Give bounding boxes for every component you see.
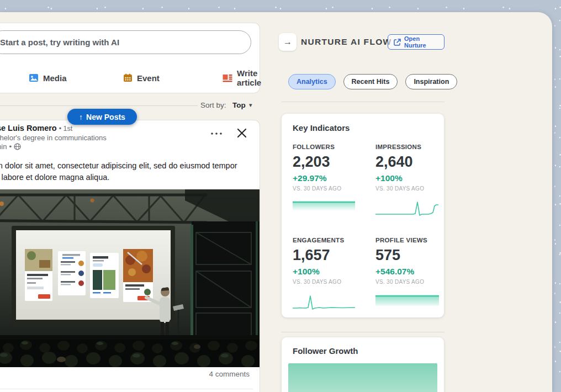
follower-growth-chart — [288, 363, 437, 392]
open-nurture-label: Open Nurture — [404, 35, 438, 49]
nurture-panel-header: → NURTURE AI FLOW Open Nurture — [279, 33, 444, 51]
panel-tabs: Analytics Recent Hits Inspiration — [288, 74, 457, 89]
sort-by-value[interactable]: Top — [232, 101, 246, 109]
sparkline-impressions — [375, 200, 439, 217]
divider — [0, 389, 253, 389]
new-posts-label: New Posts — [86, 113, 125, 121]
tab-recent-hits[interactable]: Recent Hits — [343, 74, 398, 89]
media-button[interactable]: Media — [29, 70, 67, 86]
sparkline-followers — [293, 200, 375, 217]
arrow-right-icon: → — [283, 37, 292, 47]
media-label: Media — [43, 73, 67, 83]
divider — [0, 105, 198, 106]
post-dismiss-button[interactable] — [235, 126, 249, 140]
event-label: Event — [137, 73, 160, 83]
metric-change: +546.07% — [375, 266, 439, 277]
globe-icon — [14, 143, 21, 150]
post-body-text: Lorem ipsum dolor sit amet, consectetur … — [0, 160, 251, 183]
feed-post-card: Jose Luis Romero • 1st Bachelor's degree… — [0, 120, 260, 392]
metric-change: +29.97% — [293, 173, 375, 183]
metric-compare: VS. 30 DAYS AGO — [375, 278, 439, 285]
start-post-input[interactable]: Start a post, try writing with AI — [0, 30, 251, 54]
metrics-grid: FOLLOWERS 2,203 +29.97% VS. 30 DAYS AGO … — [293, 144, 433, 310]
close-icon — [235, 126, 249, 140]
panel-title: NURTURE AI FLOW — [301, 37, 391, 47]
metric-change: +100% — [293, 266, 375, 277]
author-name-text: Jose Luis Romero — [0, 124, 57, 133]
open-nurture-button[interactable]: Open Nurture — [388, 34, 444, 50]
ellipsis-icon — [209, 128, 225, 139]
key-indicators-title: Key Indicators — [293, 123, 350, 133]
comments-count[interactable]: 4 comments — [209, 370, 250, 378]
post-options-button[interactable] — [209, 128, 225, 139]
metric-compare: VS. 30 DAYS AGO — [293, 185, 375, 192]
meta-separator: • — [9, 142, 12, 151]
tab-analytics[interactable]: Analytics — [288, 74, 336, 89]
post-author-name[interactable]: Jose Luis Romero • 1st — [0, 124, 72, 133]
post-meta: 30min • — [0, 142, 21, 151]
post-composer-card: Start a post, try writing with AI Media … — [0, 23, 260, 93]
caret-down-icon[interactable]: ▾ — [249, 102, 252, 109]
post-time: 30min — [0, 142, 7, 151]
external-link-icon — [394, 39, 401, 46]
post-photo[interactable] — [0, 189, 260, 367]
new-posts-button[interactable]: ↑ New Posts — [67, 109, 137, 125]
divider — [282, 332, 444, 332]
sparkline-engagements — [293, 294, 375, 310]
tab-inspiration[interactable]: Inspiration — [405, 74, 457, 89]
metric-label: ENGAGEMENTS — [293, 237, 375, 243]
metric-engagements: ENGAGEMENTS 1,657 +100% VS. 30 DAYS AGO — [293, 237, 375, 310]
sort-by-label: Sort by: — [200, 101, 226, 109]
metric-label: PROFILE VIEWS — [375, 237, 439, 243]
metric-profile-views: PROFILE VIEWS 575 +546.07% VS. 30 DAYS A… — [375, 237, 439, 310]
metric-change: +100% — [375, 173, 439, 183]
metric-impressions: IMPRESSIONS 2,640 +100% VS. 30 DAYS AGO — [375, 144, 439, 217]
article-icon — [223, 74, 232, 82]
conference-stage-illustration — [0, 189, 260, 367]
metric-value: 2,640 — [375, 152, 439, 171]
metric-compare: VS. 30 DAYS AGO — [293, 278, 375, 285]
metric-label: IMPRESSIONS — [375, 144, 439, 150]
arrow-up-icon: ↑ — [79, 113, 83, 121]
write-article-label: Write article — [237, 68, 261, 87]
follower-growth-card: Follower Growth — [282, 337, 444, 392]
calendar-icon — [123, 73, 133, 82]
connection-degree: • 1st — [59, 125, 73, 133]
event-button[interactable]: Event — [123, 70, 160, 86]
post-author-headline: Bachelor's degree in communications — [0, 134, 107, 142]
metric-followers: FOLLOWERS 2,203 +29.97% VS. 30 DAYS AGO — [293, 144, 375, 217]
write-article-button[interactable]: Write article — [223, 70, 261, 86]
sparkline-profile-views — [375, 294, 439, 310]
media-icon — [29, 73, 39, 82]
metric-compare: VS. 30 DAYS AGO — [375, 185, 439, 192]
metric-value: 2,203 — [293, 152, 375, 171]
app-window: Start a post, try writing with AI Media … — [0, 12, 552, 392]
metric-value: 575 — [375, 246, 439, 264]
key-indicators-card: Key Indicators FOLLOWERS 2,203 +29.97% V… — [282, 114, 444, 317]
collapse-panel-button[interactable]: → — [279, 33, 297, 51]
follower-growth-title: Follower Growth — [293, 346, 358, 356]
metric-value: 1,657 — [293, 246, 375, 264]
metric-label: FOLLOWERS — [293, 144, 375, 150]
divider — [282, 102, 444, 102]
